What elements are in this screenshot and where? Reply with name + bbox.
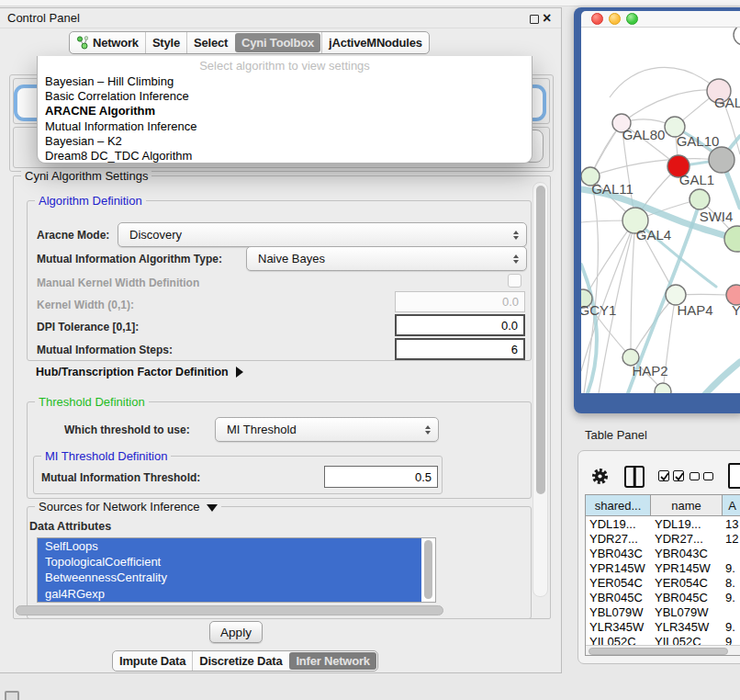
table-row[interactable]: YBL079WYBL079W bbox=[586, 604, 740, 619]
attribute-item-selfloops[interactable]: SelfLoops bbox=[38, 538, 421, 554]
tab-label: Cyni Toolbox bbox=[241, 36, 314, 50]
table-row[interactable]: YIL052CYIL052C9 bbox=[586, 634, 740, 645]
tab-label: Select bbox=[194, 36, 228, 50]
table-rows: YDL19...YDL19...13YDR27...YDR27...12YBR0… bbox=[586, 516, 740, 645]
table-cell: YBR043C bbox=[655, 547, 708, 560]
table-hscroll-track[interactable] bbox=[586, 645, 740, 656]
network-node[interactable] bbox=[734, 28, 740, 45]
new-table-icon[interactable] bbox=[728, 463, 740, 489]
algorithm-option-dream8-dc-tdc-algorithm[interactable]: Dream8 DC_TDC Algorithm bbox=[38, 149, 532, 164]
tab-style[interactable]: Style bbox=[145, 32, 186, 53]
select-all-checkbox-icon-2[interactable] bbox=[673, 470, 684, 481]
manual-kernel-checkbox[interactable] bbox=[508, 274, 521, 288]
sources-group: Sources for Network Inference Data Attri… bbox=[27, 506, 532, 619]
table-cell: YIL052C bbox=[589, 635, 636, 645]
table-row[interactable]: YDL19...YDL19...13 bbox=[586, 516, 740, 531]
table-cell: 9. bbox=[725, 591, 735, 604]
network-canvas[interactable]: GALGAL80GAL10GAL1GAL11SWI4GAL4GCY1HAP4YH… bbox=[581, 28, 740, 393]
zoom-traffic-light-icon[interactable] bbox=[626, 13, 638, 25]
attribute-item-betweennesscentrality[interactable]: BetweennessCentrality bbox=[38, 570, 421, 585]
kernel-width-field[interactable]: 0.0 bbox=[395, 291, 525, 312]
node-table: shared...nameA YDL19...YDL19...13YDR27..… bbox=[585, 494, 740, 656]
table-cell: YPR145W bbox=[655, 561, 711, 575]
table-row[interactable]: YPR145WYPR145W9. bbox=[586, 560, 740, 575]
table-row[interactable]: YLR345WYLR345W9. bbox=[586, 619, 740, 634]
stepper-icon bbox=[425, 425, 431, 435]
mi-threshold-label: Mutual Information Threshold: bbox=[41, 471, 200, 484]
table-cell: 8. bbox=[725, 576, 735, 590]
attribute-item-gal4rgexp[interactable]: gal4RGexp bbox=[38, 586, 421, 602]
column-header-name[interactable]: name bbox=[651, 495, 723, 516]
table-cell: YBR043C bbox=[589, 547, 643, 560]
dpi-tolerance-field[interactable]: 0.0 bbox=[395, 314, 525, 336]
attr-list-scrollbar[interactable] bbox=[424, 540, 432, 599]
mi-type-combo[interactable]: Naive Bayes bbox=[246, 246, 527, 271]
dpi-tolerance-label: DPI Tolerance [0,1]: bbox=[37, 321, 139, 333]
mi-type-label: Mutual Information Algorithm Type: bbox=[37, 253, 222, 265]
algorithm-option-bayesian-k2[interactable]: Bayesian – K2 bbox=[38, 134, 532, 149]
collapse-arrow-icon bbox=[207, 504, 218, 512]
network-node-label: GAL bbox=[714, 95, 740, 110]
table-row[interactable]: YDR27...YDR27...12 bbox=[586, 531, 740, 546]
apply-button[interactable]: Apply bbox=[209, 621, 263, 643]
algorithm-option-mutual-information-inference[interactable]: Mutual Information Inference bbox=[38, 119, 532, 134]
select-all-checkbox-icon[interactable] bbox=[658, 470, 669, 481]
network-node-label: HAP2 bbox=[632, 363, 667, 378]
mi-threshold-field[interactable]: 0.5 bbox=[324, 466, 438, 488]
desktop-top-strip bbox=[0, 0, 740, 6]
bottom-tab-impute-data[interactable]: Impute Data bbox=[113, 651, 192, 671]
control-panel-window: Control Panel × NetworkStyleSelectCyni T… bbox=[0, 7, 562, 673]
attribute-item-topologicalcoefficient[interactable]: TopologicalCoefficient bbox=[38, 554, 421, 570]
tab-label: Impute Data bbox=[119, 654, 185, 668]
settings-hscroll-thumb[interactable] bbox=[16, 605, 443, 615]
table-hscroll-thumb[interactable] bbox=[589, 648, 728, 655]
hub-definition-label: Hub/Transcription Factor Definition bbox=[36, 366, 229, 378]
desktop-shortcut-icon[interactable] bbox=[5, 691, 19, 700]
column-header-a[interactable]: A bbox=[723, 495, 740, 516]
close-icon[interactable]: × bbox=[543, 10, 551, 27]
network-view-window[interactable]: GALGAL80GAL10GAL1GAL11SWI4GAL4GCY1HAP4YH… bbox=[574, 7, 740, 413]
hub-definition-toggle[interactable]: Hub/Transcription Factor Definition bbox=[36, 366, 243, 378]
bottom-tab-infer-network[interactable]: Infer Network bbox=[289, 652, 376, 670]
data-attributes-list[interactable]: SelfLoopsTopologicalCoefficientBetweenne… bbox=[37, 537, 436, 603]
minimize-traffic-light-icon[interactable] bbox=[609, 13, 621, 25]
network-node[interactable] bbox=[724, 226, 740, 252]
network-window-titlebar[interactable] bbox=[581, 11, 740, 28]
table-row[interactable]: YBR043CYBR043C bbox=[586, 546, 740, 560]
mi-steps-field[interactable]: 6 bbox=[395, 338, 525, 360]
tab-label: Discretize Data bbox=[199, 654, 282, 668]
column-header-shared[interactable]: shared... bbox=[586, 495, 651, 516]
gear-icon[interactable] bbox=[591, 468, 609, 485]
settings-vscroll-track[interactable] bbox=[533, 182, 548, 597]
mi-threshold-definition-title: MI Threshold Definition bbox=[41, 449, 171, 463]
network-node[interactable] bbox=[709, 147, 734, 173]
table-row[interactable]: YBR045CYBR045C9. bbox=[586, 590, 740, 604]
bottom-tab-discretize-data[interactable]: Discretize Data bbox=[192, 651, 288, 671]
tab-label: Network bbox=[93, 36, 139, 50]
network-node[interactable] bbox=[655, 383, 671, 393]
close-traffic-light-icon[interactable] bbox=[591, 13, 603, 25]
table-cell: YER054C bbox=[589, 576, 643, 590]
split-panel-icon[interactable] bbox=[624, 466, 645, 488]
tab-jactivemnodules[interactable]: jActiveMNodules bbox=[321, 32, 429, 53]
which-threshold-combo[interactable]: MI Threshold bbox=[215, 417, 439, 442]
deselect-checkbox-icon-2[interactable] bbox=[703, 472, 713, 480]
table-row[interactable]: YER054CYER054C8. bbox=[586, 575, 740, 590]
table-panel: shared...nameA YDL19...YDL19...13YDR27..… bbox=[577, 450, 740, 664]
settings-vscroll-thumb[interactable] bbox=[536, 186, 545, 494]
float-window-icon[interactable] bbox=[530, 15, 539, 24]
sources-toggle[interactable]: Sources for Network Inference bbox=[35, 500, 221, 514]
deselect-checkbox-icon[interactable] bbox=[690, 472, 700, 480]
manual-kernel-label: Manual Kernel Width Definition bbox=[37, 277, 199, 289]
mi-steps-label: Mutual Information Steps: bbox=[37, 344, 173, 356]
aracne-mode-combo[interactable]: Discovery bbox=[118, 222, 527, 247]
tab-cyni-toolbox[interactable]: Cyni Toolbox bbox=[235, 33, 320, 52]
network-node-swi4[interactable] bbox=[690, 189, 710, 209]
algorithm-option-aracne-algorithm[interactable]: ARACNE Algorithm bbox=[38, 104, 532, 119]
table-panel-title: Table Panel bbox=[585, 428, 647, 442]
algorithm-option-bayesian-hill-climbing[interactable]: Bayesian – Hill Climbing bbox=[38, 74, 532, 89]
tab-select[interactable]: Select bbox=[186, 32, 234, 53]
algorithm-option-basic-correlation-inference[interactable]: Basic Correlation Inference bbox=[38, 89, 532, 104]
table-cell: YBL079W bbox=[589, 605, 644, 619]
tab-network[interactable]: Network bbox=[70, 32, 145, 53]
